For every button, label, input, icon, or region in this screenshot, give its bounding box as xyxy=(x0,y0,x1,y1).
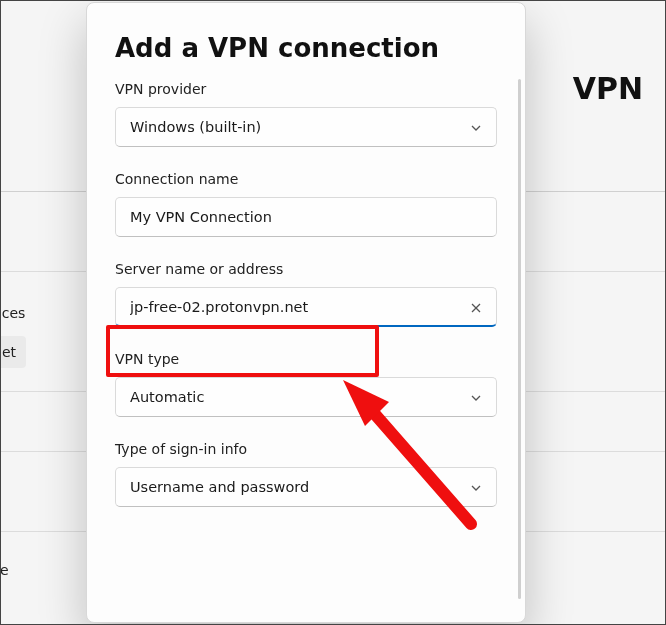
vpn-provider-select[interactable]: Windows (built-in) xyxy=(115,107,497,147)
chevron-down-icon xyxy=(470,481,482,493)
signin-info-label: Type of sign-in info xyxy=(115,441,497,457)
sidebar-item-storage[interactable]: ge xyxy=(0,556,19,584)
page-title: VPN xyxy=(573,71,643,106)
sidebar-fragment: nt evices ernet ge xyxy=(1,1,61,624)
vpn-provider-value: Windows (built-in) xyxy=(130,119,261,135)
vpn-type-select[interactable]: Automatic xyxy=(115,377,497,417)
sidebar-item-network[interactable]: ernet xyxy=(0,336,26,368)
vpn-type-label: VPN type xyxy=(115,351,497,367)
connection-name-input-wrap[interactable] xyxy=(115,197,497,237)
signin-info-select[interactable]: Username and password xyxy=(115,467,497,507)
connection-name-label: Connection name xyxy=(115,171,497,187)
sidebar-item-devices[interactable]: evices xyxy=(0,299,35,327)
vpn-provider-label: VPN provider xyxy=(115,81,497,97)
dialog-scrollbar[interactable] xyxy=(518,79,521,599)
field-server-address: Server name or address xyxy=(115,261,497,327)
field-vpn-provider: VPN provider Windows (built-in) xyxy=(115,81,497,147)
field-connection-name: Connection name xyxy=(115,171,497,237)
dialog-title: Add a VPN connection xyxy=(115,33,497,63)
chevron-down-icon xyxy=(470,391,482,403)
server-address-input[interactable] xyxy=(130,288,454,325)
server-address-input-wrap[interactable] xyxy=(115,287,497,327)
chevron-down-icon xyxy=(470,121,482,133)
field-signin-info: Type of sign-in info Username and passwo… xyxy=(115,441,497,507)
signin-info-value: Username and password xyxy=(130,479,309,495)
clear-icon[interactable] xyxy=(470,301,482,313)
field-vpn-type: VPN type Automatic xyxy=(115,351,497,417)
vpn-type-value: Automatic xyxy=(130,389,204,405)
connection-name-input[interactable] xyxy=(130,198,454,236)
add-vpn-dialog: Add a VPN connection VPN provider Window… xyxy=(86,2,526,623)
server-address-label: Server name or address xyxy=(115,261,497,277)
